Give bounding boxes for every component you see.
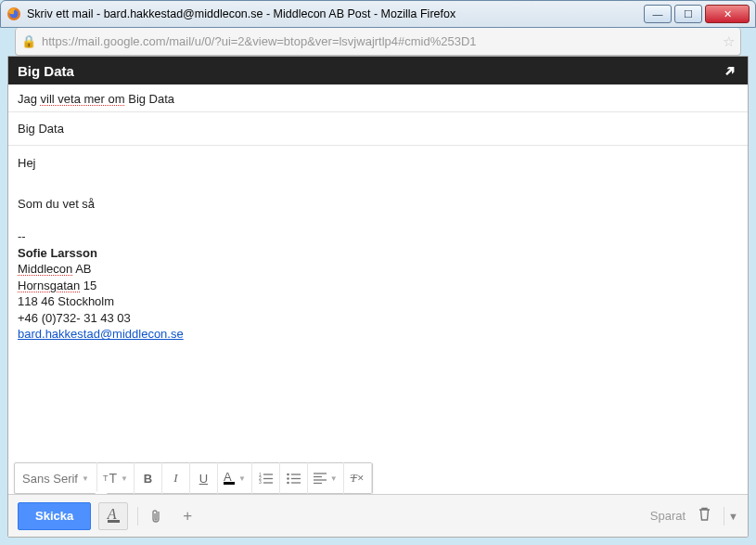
body-greeting: Hej bbox=[18, 155, 738, 172]
svg-point-12 bbox=[287, 477, 289, 480]
svg-point-13 bbox=[287, 481, 289, 484]
bullet-list-button[interactable] bbox=[280, 462, 308, 494]
recipients-row[interactable]: Jag vill veta mer om Big Data bbox=[8, 84, 748, 112]
body-line: Som du vet så bbox=[18, 196, 738, 213]
font-family-select[interactable]: Sans Serif▼ bbox=[15, 462, 97, 494]
chevron-down-icon: ▼ bbox=[121, 474, 128, 483]
svg-text:3: 3 bbox=[259, 479, 262, 485]
bookmark-star-icon[interactable]: ☆ bbox=[723, 33, 735, 50]
clear-formatting-button[interactable]: T✕ bbox=[344, 462, 372, 494]
chevron-down-icon: ▼ bbox=[330, 474, 338, 483]
maximize-button[interactable]: ☐ bbox=[674, 5, 702, 23]
compose-header[interactable]: Big Data ➔ bbox=[8, 57, 748, 84]
insert-more-button[interactable]: + bbox=[173, 502, 201, 530]
discard-button[interactable] bbox=[698, 507, 711, 525]
lock-icon: 🔒 bbox=[21, 34, 36, 48]
window-title: Skriv ett mail - bard.hakkestad@middleco… bbox=[27, 7, 644, 20]
trash-icon bbox=[698, 507, 711, 521]
send-button[interactable]: Skicka bbox=[18, 502, 91, 530]
formatting-toolbar: Sans Serif▼ TT▼ B I U A▼ 123 ▼ bbox=[14, 462, 373, 494]
window-buttons: — ☐ ✕ bbox=[644, 5, 750, 23]
paperclip-icon bbox=[149, 508, 162, 525]
chevron-down-icon: ▼ bbox=[238, 474, 246, 483]
svg-point-11 bbox=[287, 473, 289, 475]
saved-label: Sparat bbox=[650, 509, 686, 523]
subject-row[interactable]: Big Data bbox=[8, 112, 748, 146]
toggle-formatting-button[interactable]: A bbox=[98, 502, 128, 530]
compose-body[interactable]: Hej Som du vet så -- Sofie Larsson Middl… bbox=[8, 146, 748, 452]
minimize-button[interactable]: — bbox=[644, 5, 672, 23]
signature-block: -- Sofie Larsson Middlecon AB Hornsgatan… bbox=[18, 228, 738, 343]
italic-button[interactable]: I bbox=[162, 462, 190, 494]
url-text: https://mail.google.com/mail/u/0/?ui=2&v… bbox=[42, 34, 723, 48]
chevron-down-icon: ▼ bbox=[82, 474, 89, 483]
more-options-button[interactable]: ▼ bbox=[728, 511, 738, 522]
spellcheck-underline: vill veta mer om bbox=[41, 92, 125, 106]
bold-button[interactable]: B bbox=[135, 462, 162, 494]
signature-name: Sofie Larsson bbox=[18, 245, 738, 262]
text-color-button[interactable]: A▼ bbox=[218, 462, 252, 494]
close-button[interactable]: ✕ bbox=[705, 5, 750, 23]
signature-email-link[interactable]: bard.hakkestad@middlecon.se bbox=[18, 327, 184, 341]
underline-button[interactable]: U bbox=[190, 462, 218, 494]
url-bar[interactable]: 🔒 https://mail.google.com/mail/u/0/?ui=2… bbox=[15, 28, 741, 56]
attach-button[interactable] bbox=[142, 502, 170, 530]
align-button[interactable]: ▼ bbox=[308, 462, 344, 494]
compose-action-bar: Skicka A + Sparat ▼ bbox=[8, 494, 748, 537]
numbered-list-button[interactable]: 123 bbox=[252, 462, 280, 494]
firefox-icon bbox=[6, 6, 21, 21]
compose-title: Big Data bbox=[18, 63, 74, 79]
titlebar[interactable]: Skriv ett mail - bard.hakkestad@middleco… bbox=[0, 0, 756, 28]
compose-window: Big Data ➔ Jag vill veta mer om Big Data… bbox=[7, 56, 749, 538]
popout-icon[interactable]: ➔ bbox=[721, 60, 741, 81]
subject-text: Big Data bbox=[18, 122, 64, 136]
window-chrome: Skriv ett mail - bard.hakkestad@middleco… bbox=[0, 0, 756, 545]
